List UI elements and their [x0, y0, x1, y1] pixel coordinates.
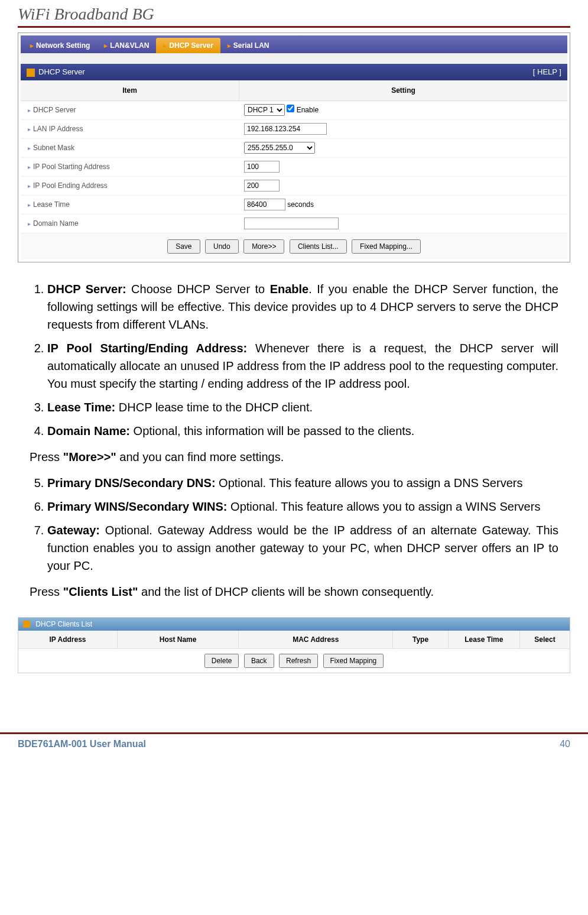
refresh-button[interactable]: Refresh	[279, 654, 318, 668]
suffix-label: seconds	[287, 200, 314, 209]
clients-panel: DHCP Clients List IP Address Host Name M…	[18, 617, 570, 673]
row-label: IP Pool Starting Address	[21, 159, 239, 174]
row-setting: 255.255.255.0	[239, 139, 567, 156]
save-button[interactable]: Save	[167, 239, 200, 254]
row-label: IP Pool Ending Address	[21, 178, 239, 193]
col-lease-time: Lease Time	[449, 631, 520, 648]
fixed-mapping-button[interactable]: Fixed Mapping...	[352, 239, 421, 254]
clients-table-header: IP Address Host Name MAC Address Type Le…	[18, 631, 570, 649]
table-header-row: Item Setting	[21, 80, 567, 101]
tab-dhcp-server[interactable]: DHCP Server	[156, 38, 220, 53]
more-paragraph: Press "More>>" and you can find more set…	[30, 448, 558, 466]
table-row: IP Pool Starting Address	[21, 158, 567, 177]
subnet-select[interactable]: 255.255.255.0	[244, 142, 315, 154]
list-item: Primary WINS/Secondary WINS: Optional. T…	[47, 498, 558, 515]
text-input[interactable]	[244, 218, 339, 229]
text-input[interactable]	[244, 123, 327, 135]
col-type: Type	[393, 631, 448, 648]
table-row: DHCP ServerDHCP 1 Enable	[21, 101, 567, 120]
help-link[interactable]: [ HELP ]	[533, 67, 561, 77]
list-item: Gateway: Optional. Gateway Address would…	[47, 521, 558, 575]
enable-checkbox[interactable]	[287, 105, 294, 112]
document-header: WiFi Broadband BG	[0, 0, 588, 26]
dhcp-select[interactable]: DHCP 1	[244, 104, 285, 116]
row-label: LAN IP Address	[21, 121, 239, 137]
clients-list-button[interactable]: Clients List...	[290, 239, 347, 254]
panel-title: DHCP Server	[38, 67, 85, 76]
row-setting	[239, 158, 567, 175]
tab-lan-vlan[interactable]: LAN&VLAN	[97, 38, 156, 53]
list-item: Lease Time: DHCP lease time to the DHCP …	[47, 398, 558, 416]
clients-icon	[23, 621, 30, 628]
tab-serial-lan[interactable]: Serial LAN	[220, 38, 277, 53]
column-item: Item	[21, 80, 239, 100]
row-label: DHCP Server	[21, 102, 239, 118]
col-ip-address: IP Address	[18, 631, 118, 648]
panel-header: DHCP Server [ HELP ]	[21, 64, 567, 80]
instruction-list-1: DHCP Server: Choose DHCP Server to Enabl…	[30, 280, 558, 440]
clients-fixed-mapping-button[interactable]: Fixed Mapping	[323, 654, 384, 668]
table-row: Lease Time seconds	[21, 196, 567, 215]
row-label: Lease Time	[21, 197, 239, 212]
table-row: Domain Name	[21, 215, 567, 233]
row-setting	[239, 215, 567, 232]
footer: BDE761AM-001 User Manual 40	[0, 732, 588, 754]
delete-button[interactable]: Delete	[204, 654, 239, 668]
table-row: LAN IP Address	[21, 120, 567, 139]
row-setting	[239, 177, 567, 194]
tab-network-setting[interactable]: Network Setting	[23, 38, 97, 53]
table-row: Subnet Mask255.255.255.0	[21, 139, 567, 158]
text-input[interactable]	[244, 180, 280, 192]
tab-bar: Network Setting LAN&VLAN DHCP Server Ser…	[21, 35, 567, 53]
header-divider	[18, 26, 570, 28]
col-host-name: Host Name	[118, 631, 239, 648]
footer-manual-label: BDE761AM-001 User Manual	[18, 739, 146, 749]
content-body: DHCP Server: Choose DHCP Server to Enabl…	[0, 274, 588, 615]
enable-label: Enable	[297, 106, 319, 114]
list-item: Primary DNS/Secondary DNS: Optional. Thi…	[47, 474, 558, 492]
clients-paragraph: Press "Clients List" and the list of DHC…	[30, 583, 558, 601]
back-button[interactable]: Back	[244, 654, 274, 668]
button-row: Save Undo More>> Clients List... Fixed M…	[21, 233, 567, 259]
text-input[interactable]	[244, 199, 285, 210]
text-input[interactable]	[244, 161, 280, 173]
row-label: Domain Name	[21, 216, 239, 231]
list-item: Domain Name: Optional, this information …	[47, 422, 558, 440]
clients-buttons: Delete Back Refresh Fixed Mapping	[18, 649, 570, 673]
row-label: Subnet Mask	[21, 140, 239, 155]
table-row: IP Pool Ending Address	[21, 177, 567, 196]
clients-panel-header: DHCP Clients List	[18, 618, 570, 631]
footer-page-number: 40	[560, 739, 570, 749]
list-item: DHCP Server: Choose DHCP Server to Enabl…	[47, 280, 558, 333]
row-setting: DHCP 1 Enable	[239, 102, 567, 118]
col-select: Select	[520, 631, 570, 648]
instruction-list-2: Primary DNS/Secondary DNS: Optional. Thi…	[30, 474, 558, 575]
list-item: IP Pool Starting/Ending Address: Wheneve…	[47, 339, 558, 392]
dhcp-screenshot: Network Setting LAN&VLAN DHCP Server Ser…	[18, 33, 570, 262]
row-setting	[239, 121, 567, 137]
more-button[interactable]: More>>	[243, 239, 284, 254]
row-setting: seconds	[239, 196, 567, 213]
undo-button[interactable]: Undo	[205, 239, 239, 254]
col-mac-address: MAC Address	[239, 631, 393, 648]
column-setting: Setting	[239, 80, 567, 100]
panel-icon	[27, 69, 35, 77]
